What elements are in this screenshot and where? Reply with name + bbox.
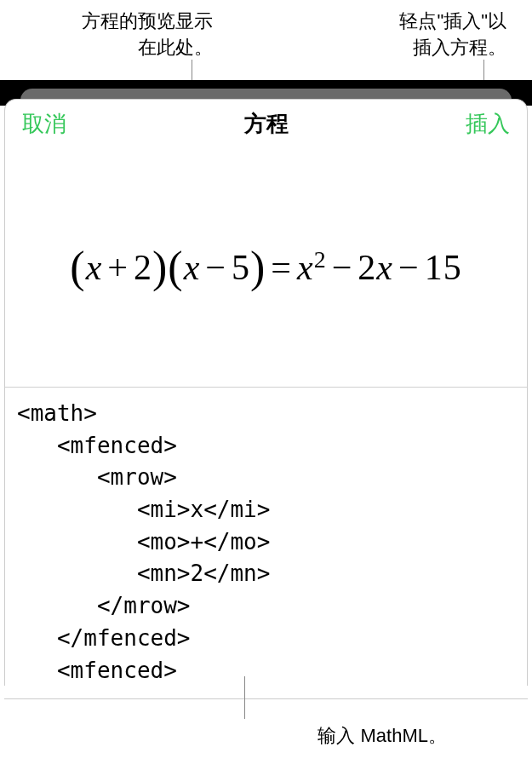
- code-line: <mn>2</mn>: [17, 560, 270, 586]
- top-callouts: 方程的预览显示 在此处。 轻点"插入"以 插入方程。: [0, 0, 532, 80]
- callout-text: 在此处。: [26, 35, 213, 61]
- callout-text: 轻点"插入"以: [328, 9, 506, 35]
- code-line: <mrow>: [17, 464, 177, 490]
- callout-text: 方程的预览显示: [26, 9, 213, 35]
- code-line: </mrow>: [17, 593, 191, 618]
- preview-callout: 方程的预览显示 在此处。: [26, 9, 213, 80]
- insert-callout: 轻点"插入"以 插入方程。: [328, 9, 506, 80]
- sheet-header: 取消 方程 插入: [5, 100, 527, 147]
- callout-leader-line: [244, 676, 245, 719]
- code-line: <mfenced>: [17, 658, 177, 683]
- code-line: <math>: [17, 400, 97, 426]
- mathml-input[interactable]: <math> <mfenced> <mrow> <mi>x</mi> <mo>+…: [5, 388, 527, 686]
- callout-text: 插入方程。: [328, 35, 506, 61]
- mathml-callout: 输入 MathML。: [317, 723, 447, 749]
- equation-preview: (x+2)(x−5)=x2−2x−15: [5, 147, 527, 388]
- cancel-button[interactable]: 取消: [22, 109, 66, 139]
- code-line: <mfenced>: [17, 433, 177, 458]
- code-line: <mo>+</mo>: [17, 529, 270, 555]
- insert-button[interactable]: 插入: [466, 109, 510, 139]
- code-line: </mfenced>: [17, 625, 191, 651]
- sheet-title: 方程: [244, 109, 289, 139]
- code-line: <mi>x</mi>: [17, 497, 270, 522]
- rendered-equation: (x+2)(x−5)=x2−2x−15: [70, 242, 461, 292]
- divider: [4, 698, 528, 699]
- equation-sheet: 取消 方程 插入 (x+2)(x−5)=x2−2x−15 <math> <mfe…: [4, 99, 528, 686]
